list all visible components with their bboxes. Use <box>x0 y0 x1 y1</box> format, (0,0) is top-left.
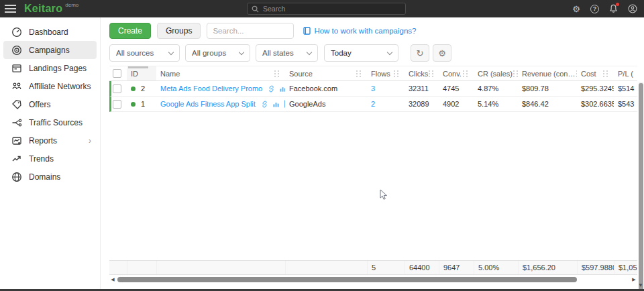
help-campaigns-link[interactable]: How to work with campaigns? <box>303 27 416 35</box>
create-button[interactable]: Create <box>109 23 151 39</box>
row-checkbox[interactable] <box>113 100 121 109</box>
table-row[interactable]: 1 Google Ads Fitness App Split ⋯ GoogleA… <box>109 97 637 112</box>
settings-gear-icon[interactable]: ⚙ <box>572 5 580 13</box>
campaign-search-input[interactable] <box>207 23 294 39</box>
campaign-name-link[interactable]: Meta Ads Food Delivery Promo <box>160 84 262 93</box>
sidebar-label: Offers <box>29 100 50 109</box>
table-row[interactable]: 2 Meta Ads Food Delivery Promo ⋯ Faceboo… <box>109 81 637 97</box>
scroll-left-icon[interactable]: ◀ <box>109 277 116 282</box>
drag-handle-icon[interactable] <box>393 70 400 77</box>
campaign-link-icon[interactable] <box>268 85 275 93</box>
date-range-select[interactable]: Today <box>324 44 398 62</box>
campaign-stats-icon[interactable] <box>279 85 285 93</box>
campaign-stats-icon[interactable] <box>272 101 280 108</box>
status-dot-active <box>131 86 136 91</box>
cost-value: $295.3245 <box>577 81 614 96</box>
search-icon <box>252 5 259 13</box>
campaign-name-link[interactable]: Google Ads Fitness App Split <box>160 100 256 108</box>
drag-handle-icon[interactable] <box>576 70 578 77</box>
filters-bar: All sources All groups All states Today … <box>109 44 637 62</box>
column-header-source[interactable]: Source <box>285 66 367 80</box>
refresh-button[interactable]: ↻ <box>411 44 429 62</box>
sidebar-item-trends[interactable]: Trends <box>3 150 97 168</box>
drag-handle-icon[interactable] <box>356 70 362 77</box>
column-header-revenue[interactable]: Revenue (con… <box>518 66 577 80</box>
vertical-scrollbar[interactable] <box>639 82 643 291</box>
scrollbar-thumb[interactable] <box>639 83 643 291</box>
revenue-value: $846.42 <box>518 97 577 111</box>
topbar: Keitaro demo ⚙ ? <box>0 0 644 17</box>
totals-clicks: 64400 <box>405 261 439 274</box>
totals-row: 5 64400 9647 5.00% $1,656.20 $597.9880 $… <box>109 260 637 275</box>
column-header-clicks[interactable]: Clicks <box>405 66 439 80</box>
menu-hamburger-icon[interactable] <box>0 5 20 13</box>
topbar-actions: ⚙ ? <box>572 0 637 17</box>
revenue-value: $809.78 <box>518 81 577 96</box>
campaign-source: Facebook.com <box>285 81 367 96</box>
sidebar-item-offers[interactable]: Offers <box>3 95 97 113</box>
user-avatar-icon[interactable] <box>628 4 637 13</box>
sidebar-item-affiliate-networks[interactable]: Affiliate Networks <box>3 77 97 95</box>
landings-icon <box>11 63 22 74</box>
column-header-flows[interactable]: Flows <box>367 66 405 80</box>
sidebar-item-reports[interactable]: Reports › <box>3 131 97 150</box>
sidebar: Dashboard Campaigns Landings Pages Affil… <box>0 17 101 291</box>
states-filter-select[interactable]: All states <box>256 44 318 62</box>
reports-icon <box>11 135 22 146</box>
main-content: Create Groups How to work with campaigns… <box>101 17 644 291</box>
sidebar-label: Campaigns <box>29 46 70 55</box>
column-header-id[interactable]: ID <box>127 66 156 80</box>
horizontal-scrollbar[interactable]: ◀ ▶ <box>109 275 637 284</box>
refresh-icon: ↻ <box>417 48 424 58</box>
column-header-cost[interactable]: Cost <box>577 66 614 80</box>
cost-value: $302.6635 <box>577 97 614 111</box>
sidebar-label: Dashboard <box>29 27 68 37</box>
sidebar-item-traffic-sources[interactable]: Traffic Sources <box>3 113 97 131</box>
drag-handle-icon[interactable] <box>602 70 609 77</box>
drag-handle-icon[interactable] <box>428 70 435 77</box>
totals-cost: $597.9880 <box>577 261 614 274</box>
notifications-bell-icon[interactable] <box>609 4 618 13</box>
chevron-down-icon <box>307 49 312 54</box>
row-checkbox[interactable] <box>113 84 121 93</box>
drag-handle-icon[interactable] <box>513 70 518 77</box>
sources-filter-select[interactable]: All sources <box>109 44 180 62</box>
help-icon[interactable]: ? <box>590 5 599 13</box>
totals-flows: 5 <box>367 261 405 274</box>
groups-filter-select[interactable]: All groups <box>185 44 250 62</box>
column-header-conv[interactable]: Conv. <box>439 66 474 80</box>
sidebar-item-domains[interactable]: Domains <box>3 168 97 186</box>
clicks-value: 32089 <box>405 97 439 111</box>
scroll-down-icon[interactable]: ▼ <box>638 282 643 288</box>
sidebar-label: Landings Pages <box>29 64 87 73</box>
scroll-right-icon[interactable]: ▶ <box>631 277 637 282</box>
table-settings-button[interactable]: ⚙ <box>433 44 451 62</box>
sidebar-item-landings-pages[interactable]: Landings Pages <box>3 59 97 77</box>
campaign-link-icon[interactable] <box>261 101 268 108</box>
flows-count-link[interactable]: 2 <box>371 100 375 108</box>
flows-count-link[interactable]: 3 <box>371 84 375 93</box>
scrollbar-thumb[interactable] <box>117 277 577 282</box>
dashboard-icon <box>11 27 22 38</box>
global-search[interactable] <box>247 3 406 15</box>
column-header-cr-sales[interactable]: CR (sales) <box>474 66 518 80</box>
chevron-down-icon <box>239 49 244 54</box>
sidebar-item-campaigns[interactable]: Campaigns <box>3 41 97 59</box>
conversions-value: 4902 <box>439 97 474 111</box>
column-header-pl[interactable]: P/L ( <box>614 66 644 80</box>
sidebar-label: Traffic Sources <box>29 118 83 127</box>
groups-button[interactable]: Groups <box>157 23 201 39</box>
column-header-name[interactable]: Name <box>156 66 285 80</box>
drag-handle-icon[interactable] <box>462 70 469 77</box>
global-search-input[interactable] <box>263 5 401 13</box>
chevron-down-icon <box>168 49 174 54</box>
campaign-id: 2 <box>141 84 145 93</box>
drag-handle-icon[interactable] <box>274 70 280 77</box>
app-logo: Keitaro <box>24 3 62 15</box>
totals-conversions: 9647 <box>439 261 474 274</box>
select-all-checkbox[interactable] <box>113 69 121 78</box>
traffic-sources-icon <box>11 117 22 128</box>
sidebar-item-dashboard[interactable]: Dashboard <box>3 23 97 41</box>
campaigns-icon <box>11 45 22 56</box>
totals-cr: 5.00% <box>474 261 518 274</box>
